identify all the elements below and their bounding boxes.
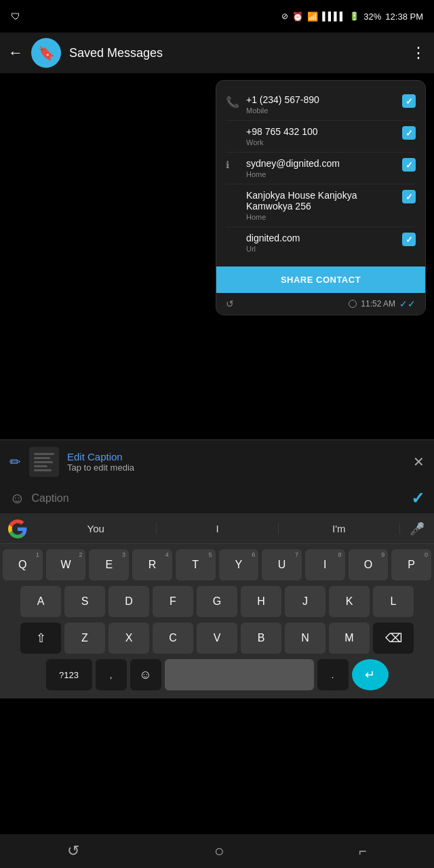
caption-input[interactable] — [31, 492, 404, 505]
close-edit-caption-button[interactable]: ✕ — [413, 454, 425, 470]
symbols-key[interactable]: ?123 — [46, 659, 92, 690]
nav-home-button[interactable]: ○ — [214, 842, 224, 861]
key-i[interactable]: I8 — [305, 549, 345, 580]
keyboard-row-3: ⇧ Z X C V B N M ⌫ — [3, 623, 431, 654]
network-icon: ▌▌▌▌ — [322, 12, 345, 21]
contact-field-work: +98 765 432 100 Work — [226, 121, 416, 153]
status-circle-icon — [349, 300, 357, 308]
comma-key[interactable]: , — [96, 659, 127, 690]
email-label: Home — [246, 170, 395, 178]
address-label: Home — [246, 213, 395, 221]
key-d[interactable]: D — [108, 586, 149, 617]
phone-icon: 📞 — [226, 96, 239, 108]
key-r[interactable]: R4 — [132, 549, 172, 580]
key-w[interactable]: W2 — [46, 549, 86, 580]
key-l[interactable]: L — [373, 586, 414, 617]
keyboard-row-1: Q1 W2 E3 R4 T5 Y6 U7 I8 O9 P0 — [3, 549, 431, 580]
phone-work-value: +98 765 432 100 — [246, 126, 395, 137]
emoji-button[interactable]: ☺ — [9, 490, 24, 507]
key-p[interactable]: P0 — [391, 549, 431, 580]
key-f[interactable]: F — [153, 586, 193, 617]
checkbox-email[interactable] — [402, 158, 416, 172]
refresh-icon: ↺ — [226, 298, 234, 309]
key-n[interactable]: N — [285, 623, 326, 654]
caption-input-row: ☺ ✓ — [0, 484, 434, 514]
bookmark-icon: 🔖 — [38, 45, 55, 61]
key-b[interactable]: B — [241, 623, 281, 654]
key-z[interactable]: Z — [64, 623, 105, 654]
confirm-caption-button[interactable]: ✓ — [411, 489, 425, 508]
key-j[interactable]: J — [285, 586, 326, 617]
message-time: 11:52 AM — [361, 299, 395, 309]
status-bar-left: 🛡 — [11, 11, 20, 22]
key-k[interactable]: K — [329, 586, 370, 617]
space-key[interactable] — [165, 659, 314, 690]
key-x[interactable]: X — [108, 623, 149, 654]
key-m[interactable]: M — [329, 623, 370, 654]
enter-key[interactable]: ↵ — [352, 659, 389, 690]
status-bar: 🛡 ⊘ ⏰ 📶 ▌▌▌▌ 🔋 32% 12:38 PM — [0, 0, 434, 33]
key-t[interactable]: T5 — [176, 549, 216, 580]
key-u[interactable]: U7 — [262, 549, 302, 580]
key-e[interactable]: E3 — [89, 549, 129, 580]
pencil-icon: ✏ — [9, 454, 21, 470]
key-s[interactable]: S — [64, 586, 105, 617]
emoji-key[interactable]: ☺ — [130, 659, 161, 690]
key-v[interactable]: V — [197, 623, 237, 654]
key-q[interactable]: Q1 — [3, 549, 43, 580]
thumb-line-3 — [34, 461, 53, 463]
battery-icon: 🔋 — [349, 12, 359, 21]
wifi-icon: 📶 — [307, 12, 318, 22]
key-h[interactable]: H — [241, 586, 281, 617]
checkbox-work[interactable] — [402, 126, 416, 140]
nav-bar: ← 🔖 Saved Messages ⋮ — [0, 33, 434, 73]
nav-recents-button[interactable]: ⌐ — [359, 844, 367, 859]
period-key[interactable]: . — [317, 659, 349, 690]
checkbox-mobile[interactable] — [402, 94, 416, 108]
contact-field-email: ℹ sydney@dignited.com Home — [226, 153, 416, 184]
checkbox-url[interactable] — [402, 233, 416, 246]
suggestion-i[interactable]: I — [157, 523, 278, 534]
url-label: Url — [246, 245, 395, 253]
url-value: dignited.com — [246, 233, 395, 243]
bottom-nav: ↺ ○ ⌐ — [0, 834, 434, 868]
key-o[interactable]: O9 — [349, 549, 389, 580]
media-thumbnail[interactable] — [29, 447, 59, 477]
share-contact-button[interactable]: SHARE CONTACT — [216, 267, 425, 293]
back-button[interactable]: ← — [8, 44, 23, 62]
more-options-button[interactable]: ⋮ — [411, 44, 426, 62]
mic-icon[interactable]: 🎤 — [400, 521, 434, 536]
key-g[interactable]: G — [197, 586, 237, 617]
shift-key[interactable]: ⇧ — [20, 623, 61, 654]
keyboard-row-4: ?123 , ☺ . ↵ — [3, 659, 431, 690]
google-logo — [5, 517, 30, 541]
backspace-key[interactable]: ⌫ — [373, 623, 414, 654]
signal-icon: ⊘ — [281, 12, 288, 21]
contact-field-mobile: 📞 +1 (234) 567-890 Mobile — [226, 89, 416, 121]
battery-percent: 32% — [363, 12, 381, 22]
chat-area: 📞 +1 (234) 567-890 Mobile +98 765 432 10… — [0, 73, 434, 439]
alarm-icon: ⏰ — [292, 12, 303, 22]
thumb-line-4 — [34, 465, 47, 467]
contact-card-bubble: 📞 +1 (234) 567-890 Mobile +98 765 432 10… — [216, 80, 426, 315]
edit-caption-bar: ✏ Edit Caption Tap to edit media ✕ — [0, 439, 434, 484]
message-footer: ↺ 11:52 AM ✓✓ — [216, 293, 425, 315]
suggestion-you[interactable]: You — [35, 523, 157, 534]
clock: 12:38 PM — [385, 12, 423, 22]
info-icon: ℹ — [226, 159, 239, 170]
key-a[interactable]: A — [20, 586, 61, 617]
key-y[interactable]: Y6 — [219, 549, 259, 580]
avatar: 🔖 — [31, 38, 61, 68]
address-value: Kanjokya House Kanjokya Kamwokya 256 — [246, 190, 395, 212]
phone-work-label: Work — [246, 138, 395, 146]
thumb-line-1 — [34, 453, 54, 455]
nav-back-button[interactable]: ↺ — [67, 842, 79, 860]
edit-caption-title: Edit Caption — [67, 451, 405, 462]
phone-mobile-value: +1 (234) 567-890 — [246, 94, 395, 105]
keyboard: Q1 W2 E3 R4 T5 Y6 U7 I8 O9 P0 A S D F G … — [0, 544, 434, 698]
chat-title: Saved Messages — [69, 46, 403, 60]
read-ticks: ✓✓ — [399, 298, 416, 309]
suggestion-im[interactable]: I'm — [279, 523, 400, 534]
key-c[interactable]: C — [153, 623, 193, 654]
checkbox-address[interactable] — [402, 190, 416, 203]
